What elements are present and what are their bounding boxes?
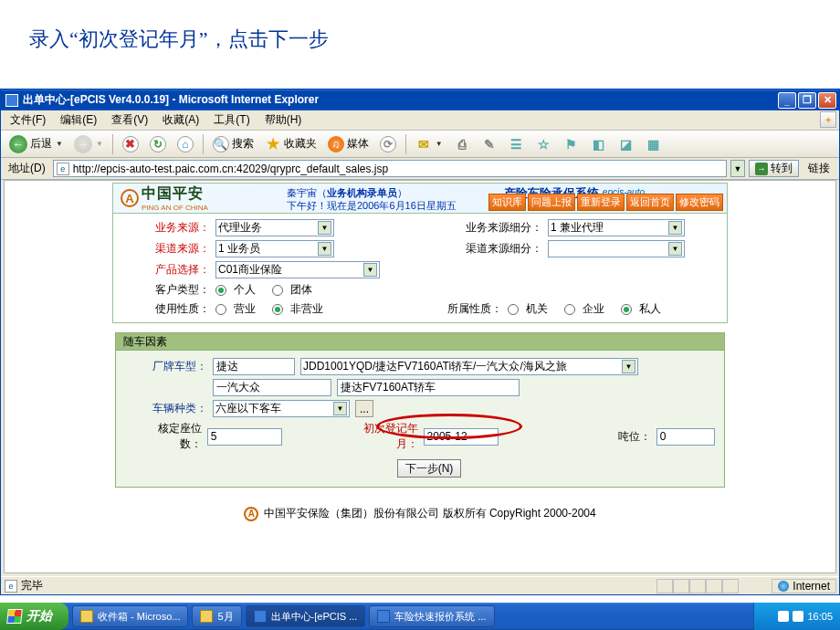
biz-source-select[interactable]: 代理业务▼ — [215, 219, 334, 236]
task-outlook[interactable]: 收件箱 - Microso... — [72, 605, 188, 627]
taskbar: 开始 收件箱 - Microso... 5月 出单中心-[ePCIS ... 车… — [0, 603, 840, 630]
radio-gov[interactable] — [508, 304, 519, 315]
chevron-down-icon: ▼ — [96, 140, 103, 148]
radio-commercial[interactable] — [215, 304, 226, 315]
radio-group[interactable] — [272, 285, 283, 296]
ie-window: 出单中心-[ePCIS Ver4.0.0.19] - Microsoft Int… — [0, 89, 840, 595]
custom-icon: ☆ — [536, 136, 552, 152]
task-ie-quote[interactable]: 车险快速报价系统 ... — [369, 605, 494, 627]
history-button[interactable]: ⟳ — [375, 133, 401, 155]
refresh-button[interactable]: ↻ — [145, 133, 171, 155]
vehicle-block: 随车因素 厂牌车型： 捷达 JDD1001YQD/捷达FV7160ATi轿车/一… — [112, 332, 728, 488]
page-content: A 中国平安 PING AN OF CHINA 秦宇宙（业务机构录单员） 下午好… — [4, 180, 836, 573]
opt-commercial[interactable]: 营业 — [234, 301, 256, 317]
go-button[interactable]: → 转到 — [749, 160, 799, 177]
opt-noncommercial[interactable]: 非营业 — [290, 301, 323, 317]
system-tray[interactable]: 16:05 — [753, 603, 840, 630]
address-field[interactable]: e http://epcis-auto-test.paic.com.cn:420… — [53, 160, 727, 177]
model-input[interactable]: 捷达FV7160AT轿车 — [337, 379, 520, 396]
nav-home[interactable]: 返回首页 — [626, 194, 674, 211]
opt-private[interactable]: 私人 — [639, 301, 661, 317]
nav-password[interactable]: 修改密码 — [676, 194, 723, 211]
vehicle-type-select[interactable]: 六座以下客车▼ — [213, 400, 350, 417]
forward-button[interactable]: → ▼ — [69, 133, 108, 155]
brand-input[interactable]: 捷达 — [213, 358, 295, 375]
go-label: 转到 — [771, 161, 793, 176]
radio-enterprise[interactable] — [564, 304, 575, 315]
address-dropdown[interactable]: ▼ — [730, 160, 745, 177]
radio-private[interactable] — [621, 304, 632, 315]
discuss-icon: ☰ — [509, 136, 525, 152]
product-select[interactable]: C01商业保险▼ — [215, 261, 380, 278]
discuss-button[interactable]: ☰ — [504, 133, 530, 155]
search-label: 搜索 — [232, 136, 254, 152]
menu-edit[interactable]: 编辑(E) — [55, 110, 102, 130]
menu-view[interactable]: 查看(V) — [106, 110, 153, 130]
task-ie-active[interactable]: 出单中心-[ePCIS ... — [246, 605, 366, 627]
menu-file[interactable]: 文件(F) — [5, 110, 51, 130]
chevron-down-icon: ▼ — [363, 263, 377, 277]
opt-enterprise[interactable]: 企业 — [583, 301, 604, 317]
vehicle-type-lookup-button[interactable]: ... — [355, 400, 373, 417]
edit-button[interactable]: ✎ — [477, 133, 502, 155]
seats-input[interactable]: 5 — [207, 428, 283, 446]
links-label[interactable]: 链接 — [803, 161, 835, 176]
nav-relogin[interactable]: 重新登录 — [577, 194, 625, 211]
print-button[interactable]: ⎙ — [449, 133, 475, 155]
stop-button[interactable]: ✖ — [118, 133, 143, 155]
channel-source-sub-select[interactable]: ▼ — [548, 240, 685, 257]
lbl-channel-source: 渠道来源： — [148, 241, 210, 257]
status-text: 完毕 — [21, 578, 43, 593]
favorites-button[interactable]: ★收藏夹 — [260, 133, 321, 155]
opt-gov[interactable]: 机关 — [526, 301, 548, 317]
pingan-mark-icon: A — [121, 189, 139, 207]
tool-b-button[interactable]: ⚑ — [559, 133, 584, 155]
lbl-tonnage: 吨位： — [617, 429, 650, 445]
refresh-icon: ↻ — [150, 136, 166, 152]
close-button[interactable]: ✕ — [818, 92, 836, 109]
menu-help[interactable]: 帮助(H) — [259, 110, 308, 130]
lbl-channel-source-sub: 渠道来源细分： — [466, 241, 542, 257]
lbl-brand-model: 厂牌车型： — [143, 359, 207, 374]
first-reg-date-input[interactable]: 2005-12 — [424, 428, 499, 446]
address-label: 地址(D) — [5, 161, 49, 176]
nav-knowledge[interactable]: 知识库 — [488, 194, 526, 211]
maximize-button[interactable]: ❐ — [798, 92, 816, 109]
home-icon: ⌂ — [177, 136, 194, 152]
statusbar: e 完毕 Internet — [1, 576, 839, 594]
media-icon: ♫ — [328, 136, 344, 152]
menu-favorites[interactable]: 收藏(A) — [157, 110, 205, 130]
tray-icon[interactable] — [793, 611, 803, 622]
lbl-seats: 核定座位数： — [143, 421, 202, 452]
search-button[interactable]: 🔍搜索 — [208, 133, 258, 155]
tool-d-button[interactable]: ◪ — [614, 133, 639, 155]
tool-e-button[interactable]: ▦ — [641, 133, 667, 155]
tool-c-button[interactable]: ◧ — [586, 133, 612, 155]
biz-source-sub-select[interactable]: 1 兼业代理▼ — [548, 219, 685, 236]
channel-source-select[interactable]: 1 业务员▼ — [215, 240, 334, 257]
separator — [405, 134, 406, 154]
task-folder[interactable]: 5月 — [192, 605, 241, 627]
back-button[interactable]: ← 后退 ▼ — [5, 133, 68, 155]
opt-personal[interactable]: 个人 — [234, 282, 256, 298]
mail-button[interactable]: ✉▼ — [411, 133, 447, 155]
opt-group[interactable]: 团体 — [290, 282, 312, 298]
chevron-down-icon: ▼ — [668, 221, 682, 235]
tray-icon[interactable] — [778, 611, 789, 622]
radio-personal[interactable] — [215, 285, 226, 296]
app-icon — [80, 610, 93, 623]
nav-report[interactable]: 问题上报 — [528, 194, 575, 211]
start-button[interactable]: 开始 — [0, 603, 68, 630]
media-label: 媒体 — [347, 136, 369, 152]
home-button[interactable]: ⌂ — [173, 133, 198, 155]
minimize-button[interactable]: _ — [778, 92, 796, 109]
radio-noncommercial[interactable] — [272, 304, 283, 315]
media-button[interactable]: ♫媒体 — [323, 133, 373, 155]
tonnage-input[interactable]: 0 — [656, 428, 715, 446]
next-button[interactable]: 下一步(N) — [397, 459, 461, 478]
tool-a-button[interactable]: ☆ — [531, 133, 557, 155]
model-select[interactable]: JDD1001YQD/捷达FV7160ATi轿车/一汽大众/海风之旅▼ — [300, 358, 638, 375]
maker-input[interactable]: 一汽大众 — [213, 379, 331, 396]
menu-tools[interactable]: 工具(T) — [208, 110, 255, 130]
separator — [203, 134, 204, 154]
